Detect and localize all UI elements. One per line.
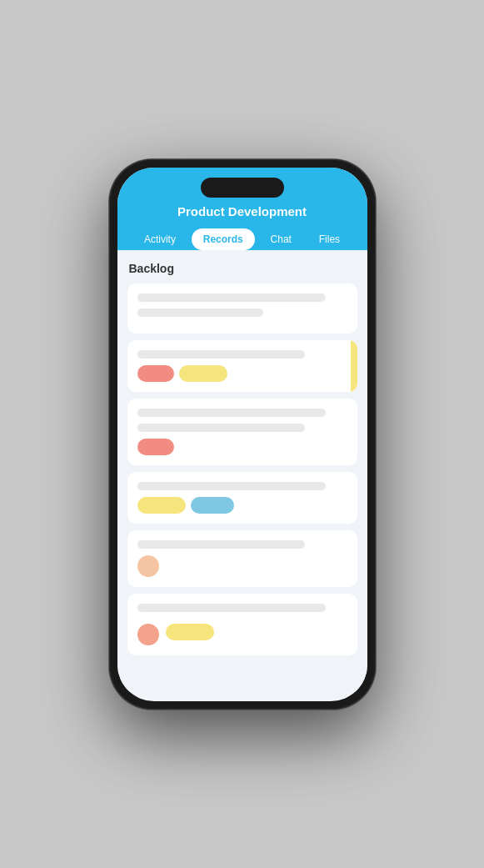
card-side-indicator bbox=[351, 340, 357, 392]
phone-device: Product Development Activity Records Cha… bbox=[109, 159, 376, 710]
tag-yellow bbox=[137, 497, 186, 514]
tag-list bbox=[137, 439, 347, 455]
section-title: Backlog bbox=[127, 262, 357, 275]
record-card[interactable] bbox=[127, 594, 357, 655]
tab-files[interactable]: Files bbox=[307, 228, 352, 250]
app-title: Product Development bbox=[131, 204, 354, 228]
tab-chat[interactable]: Chat bbox=[259, 228, 303, 250]
tab-activity[interactable]: Activity bbox=[132, 228, 187, 250]
avatar bbox=[137, 555, 159, 577]
placeholder-line bbox=[137, 294, 327, 302]
record-card[interactable] bbox=[127, 530, 357, 587]
tag-list bbox=[137, 365, 347, 382]
phone-screen: Product Development Activity Records Cha… bbox=[117, 168, 367, 701]
phone-notch bbox=[201, 178, 284, 198]
tab-records[interactable]: Records bbox=[192, 228, 255, 250]
content-area: Backlog bbox=[117, 250, 367, 692]
placeholder-line bbox=[137, 409, 327, 417]
tag-pink bbox=[137, 439, 174, 455]
tag-yellow bbox=[179, 365, 227, 382]
placeholder-line bbox=[137, 309, 263, 317]
tag-yellow bbox=[166, 624, 214, 640]
card-content bbox=[137, 350, 347, 382]
record-card[interactable] bbox=[127, 472, 357, 524]
record-card[interactable] bbox=[127, 399, 357, 465]
placeholder-line bbox=[137, 482, 327, 490]
tab-bar: Activity Records Chat Files bbox=[131, 228, 354, 250]
card-content bbox=[137, 482, 347, 514]
card-content bbox=[137, 540, 347, 577]
record-card[interactable] bbox=[127, 340, 357, 392]
card-content bbox=[137, 604, 347, 645]
record-card[interactable] bbox=[127, 283, 357, 334]
placeholder-line bbox=[137, 424, 306, 432]
tag-list bbox=[137, 497, 347, 514]
avatar bbox=[137, 624, 159, 645]
tag-pink bbox=[137, 365, 174, 382]
card-content bbox=[137, 409, 347, 455]
placeholder-line bbox=[137, 350, 306, 359]
placeholder-line bbox=[137, 604, 327, 612]
tag-blue bbox=[191, 497, 234, 514]
card-content bbox=[137, 294, 347, 324]
placeholder-line bbox=[137, 540, 306, 549]
